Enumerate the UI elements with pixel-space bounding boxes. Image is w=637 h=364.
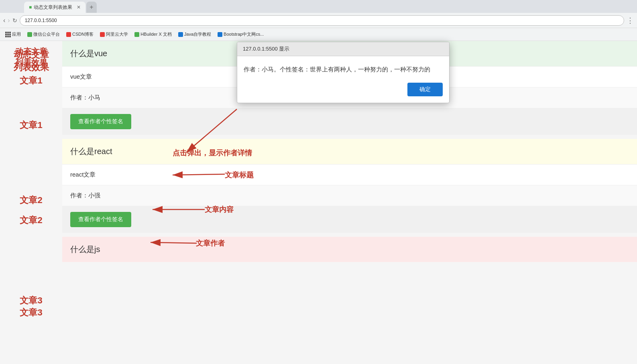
dialog-ok-button[interactable]: 确定: [407, 83, 443, 96]
tab-label: 动态文章列表效果: [34, 4, 72, 11]
forward-icon[interactable]: ›: [8, 17, 10, 24]
bookmark-wechat-label: 微信公众平台: [33, 31, 60, 37]
article-2-title: 什么是react: [70, 147, 112, 156]
article-2-content-row: react文章: [62, 164, 637, 185]
article-2-content: react文章: [70, 171, 96, 178]
bookmark-aliyun-label: 阿里云大学: [106, 31, 128, 37]
bookmark-bootstrap-icon: [218, 32, 222, 37]
bookmark-java-icon: [178, 32, 183, 37]
article-2-signature-button[interactable]: 查看作者个性签名: [70, 212, 131, 227]
bookmark-csdn[interactable]: CSDN博客: [63, 30, 96, 39]
bookmark-hbuilder-icon: [134, 32, 139, 37]
alert-dialog: 127.0.0.1:5500 显示 作者：小马。个性签名：世界上有两种人，一种努…: [237, 42, 450, 103]
bookmark-hbuilder-label: HBuilder X 文档: [140, 31, 172, 37]
bookmark-csdn-label: CSDN博客: [72, 31, 94, 37]
article-3-wrapper: 什么是js: [62, 237, 637, 262]
article-2-title-bar: 什么是react: [62, 139, 637, 164]
bookmark-java[interactable]: Java自学教程: [175, 30, 214, 39]
refresh-icon[interactable]: ↻: [12, 17, 17, 24]
sidebar-title: 动态文章列表效果: [10, 45, 53, 78]
new-tab-button[interactable]: +: [86, 2, 96, 13]
bookmark-apps[interactable]: 应用: [2, 30, 24, 39]
tab-close-icon[interactable]: ✕: [77, 4, 81, 10]
article-1-button-row: 查看作者个性签名: [62, 108, 637, 135]
tab-favicon: ■: [29, 4, 32, 10]
bookmark-aliyun[interactable]: 阿里云大学: [97, 30, 131, 39]
article-1-author: 作者：小马: [70, 94, 100, 101]
article-2-wrapper: 什么是react react文章 作者：小强 查看作者个性签名: [62, 139, 637, 233]
bookmark-apps-label: 应用: [12, 31, 21, 37]
dialog-header: 127.0.0.1:5500 显示: [237, 42, 449, 56]
dialog-body-text: 作者：小马。个性签名：世界上有两种人，一种努力的，一种不努力的: [244, 66, 430, 73]
article-2-author: 作者：小强: [70, 192, 100, 199]
browser-chrome: ■ 动态文章列表效果 ✕ + ‹ › ↻ ⋮ 应用: [0, 0, 637, 41]
article-3-title-bar: 什么是js: [62, 237, 637, 262]
bookmark-csdn-icon: [66, 32, 71, 37]
address-input[interactable]: [20, 15, 624, 26]
dialog-body: 作者：小马。个性签名：世界上有两种人，一种努力的，一种不努力的: [237, 56, 449, 79]
bookmark-bootstrap[interactable]: Bootstrap中文网cs...: [215, 30, 267, 39]
article-2-button-row: 查看作者个性签名: [62, 206, 637, 233]
bookmark-java-label: Java自学教程: [184, 31, 211, 37]
article-2-author-row: 作者：小强: [62, 185, 637, 206]
dialog-footer: 确定: [237, 79, 449, 103]
bookmark-bootstrap-label: Bootstrap中文网cs...: [224, 31, 264, 37]
article-2-card: 什么是react react文章 作者：小强 查看作者个性签名: [62, 139, 637, 233]
article-1-signature-button[interactable]: 查看作者个性签名: [70, 114, 131, 129]
bookmarks-bar: 应用 微信公众平台 CSDN博客 阿里云大学 HBuilder X 文档 Jav…: [0, 28, 637, 41]
sidebar-title-col: 动态文章列表效果: [0, 41, 62, 347]
article-3-title: 什么是js: [70, 245, 100, 254]
address-row: ‹ › ↻ ⋮: [0, 13, 637, 28]
bookmark-aliyun-icon: [100, 32, 105, 37]
active-tab[interactable]: ■ 动态文章列表效果 ✕: [24, 2, 85, 13]
article-1-title: 什么是vue: [70, 49, 107, 58]
dialog-header-text: 127.0.0.1:5500 显示: [243, 46, 289, 52]
article-1-content: vue文章: [70, 73, 92, 80]
back-icon[interactable]: ‹: [3, 17, 5, 24]
bookmark-hbuilder[interactable]: HBuilder X 文档: [132, 30, 175, 39]
tab-row: ■ 动态文章列表效果 ✕ +: [0, 0, 637, 13]
bookmark-wechat[interactable]: 微信公众平台: [24, 30, 63, 39]
bookmark-wechat-icon: [27, 32, 32, 37]
more-icon[interactable]: ⋮: [627, 16, 634, 25]
article-3-card: 什么是js: [62, 237, 637, 262]
